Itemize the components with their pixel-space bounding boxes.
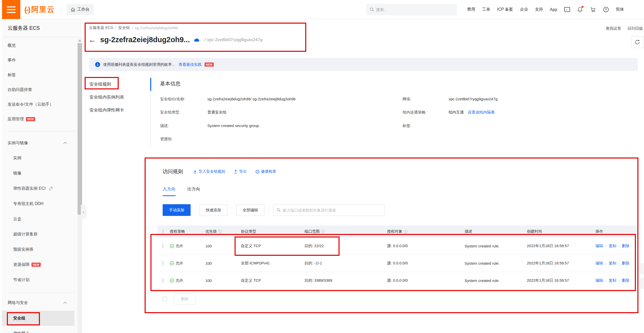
rules-search-box[interactable] bbox=[273, 204, 385, 216]
rules-table: 授权策略 优先级i 协议类型 端口范围i 授权对象i 描述 创建时间 操作 允许… bbox=[158, 226, 638, 289]
delete-link[interactable]: 删除 bbox=[622, 278, 630, 283]
quick-add-button[interactable]: 快速添加 bbox=[200, 204, 227, 216]
sidebar-item-eci[interactable]: 弹性容器实例 ECI bbox=[2, 181, 74, 196]
page-title: sg-2zefra2eiej8dug2oh9... bbox=[100, 36, 190, 44]
resource-group-label: 资源组: bbox=[160, 137, 207, 141]
floating-widget[interactable] bbox=[638, 277, 644, 289]
sidebar-item-instances[interactable]: 实例 bbox=[2, 150, 74, 166]
allow-check-icon bbox=[170, 278, 174, 283]
floating-widget[interactable] bbox=[638, 263, 644, 275]
basic-info-row: 描述: System created security group. bbox=[160, 123, 260, 128]
sidebar-group-instances-images[interactable]: 实例与镜像 bbox=[2, 136, 74, 150]
sidebar-group-network-security[interactable]: 网络与安全 bbox=[2, 295, 74, 310]
row-checkbox[interactable] bbox=[163, 278, 163, 283]
manual-add-button[interactable]: 手动添加 bbox=[163, 204, 191, 216]
row-checkbox[interactable] bbox=[163, 244, 163, 248]
edit-link[interactable]: 编辑 bbox=[595, 244, 603, 248]
scrollbar-up-arrow-icon[interactable] bbox=[79, 40, 81, 41]
sidebar-item-reserved-instances[interactable]: 预留实例券 bbox=[2, 242, 74, 257]
delete-link[interactable]: 删除 bbox=[622, 244, 630, 248]
global-search-box[interactable] bbox=[366, 4, 457, 15]
top-menu-app[interactable]: App bbox=[550, 7, 557, 12]
back-to-old-version-link[interactable]: 回到旧版 bbox=[628, 26, 643, 31]
rules-search-input[interactable] bbox=[283, 208, 379, 212]
sidebar-scrollbar[interactable] bbox=[78, 38, 82, 333]
sidebar-item-ddh[interactable]: 专有宿主机 DDH bbox=[2, 196, 74, 211]
intra-group-policy-value: 组内互通 bbox=[449, 110, 464, 115]
breadcrumb-ecs[interactable]: 云服务器 ECS bbox=[89, 25, 113, 30]
select-all-checkbox[interactable] bbox=[163, 229, 163, 234]
top-menu-icp[interactable]: ICP 备案 bbox=[497, 7, 513, 12]
sidebar-item-troubleshooting[interactable]: 自助问题排查 bbox=[2, 82, 74, 97]
set-isolation-link[interactable]: 设置成组内隔离 bbox=[468, 110, 495, 115]
sidebar-item-supercomputing[interactable]: 超级计算集群 bbox=[2, 227, 74, 242]
delete-link[interactable]: 删除 bbox=[622, 261, 630, 266]
sidebar-item-cloudbox[interactable]: 云盒 bbox=[2, 211, 74, 227]
aliyun-logo[interactable]: (-) 阿里云 bbox=[24, 0, 55, 19]
col-description: 描述 bbox=[463, 229, 525, 234]
sidebar-item-tags[interactable]: 标签 bbox=[2, 68, 74, 82]
sidebar-item-resource-guarantee[interactable]: 资源保障 NEW bbox=[2, 257, 74, 272]
subnav-security-group-rules[interactable]: 安全组规则 bbox=[89, 78, 145, 91]
priority-value: 100 bbox=[203, 261, 239, 265]
edit-all-button[interactable]: 全部编辑 bbox=[236, 204, 264, 216]
sidebar-item-events[interactable]: 事件 bbox=[2, 53, 74, 68]
batch-delete-button[interactable]: 删除 bbox=[174, 293, 196, 305]
sidebar-item-enis[interactable]: 弹性网卡 bbox=[2, 326, 74, 333]
import-rules-link[interactable]: 导入安全组规则 bbox=[193, 169, 225, 174]
tab-inbound[interactable]: 入方向 bbox=[163, 186, 176, 196]
sidebar-item-savings-plan[interactable]: 节省计划 bbox=[2, 272, 74, 288]
top-menu-support[interactable]: 支持 bbox=[535, 7, 543, 12]
sidebar-collapse-handle[interactable]: ‹ bbox=[81, 205, 86, 219]
language-switch[interactable]: 简体 bbox=[616, 7, 624, 12]
export-rules-link[interactable]: 导出 bbox=[234, 169, 247, 174]
top-menu-tickets[interactable]: 工单 bbox=[482, 7, 490, 12]
aliyun-logo-text: 阿里云 bbox=[31, 5, 55, 15]
basic-info-row: 组内连通策略: 组内互通 设置成组内隔离 bbox=[403, 110, 495, 115]
sidebar-item-images[interactable]: 镜像 bbox=[2, 166, 74, 181]
created-time-value: 2022年1月18日 16:59:57 bbox=[525, 278, 593, 283]
sg-type-value: 普通安全组 bbox=[207, 110, 226, 115]
subnav-enis-in-group[interactable]: 安全组内弹性网卡 bbox=[89, 104, 145, 117]
port-range-value: 目的: 22/22 bbox=[302, 244, 385, 248]
access-rules-title: 访问规则 bbox=[163, 168, 183, 175]
clone-link[interactable]: 复制 bbox=[609, 244, 616, 248]
health-check-link[interactable]: 健康检查 bbox=[255, 169, 276, 174]
sidebar-scrollbar-thumb[interactable] bbox=[78, 43, 82, 215]
export-icon bbox=[234, 170, 238, 173]
hamburger-menu-button[interactable] bbox=[2, 0, 20, 19]
cloudshell-icon[interactable]: >_ bbox=[564, 7, 570, 13]
top-menu-billing[interactable]: 费用 bbox=[467, 7, 475, 12]
cart-icon[interactable] bbox=[590, 7, 596, 13]
tab-outbound[interactable]: 出方向 bbox=[187, 186, 200, 196]
edit-link[interactable]: 编辑 bbox=[595, 261, 603, 266]
description-value: System created rule. bbox=[463, 244, 525, 248]
port-range-value: 目的: -1/-1 bbox=[302, 261, 385, 266]
sidebar-item-security-groups[interactable]: 安全组 bbox=[2, 311, 74, 326]
row-checkbox[interactable] bbox=[163, 261, 163, 266]
refresh-button[interactable] bbox=[631, 36, 644, 48]
info-icon[interactable]: i bbox=[321, 230, 325, 233]
clone-link[interactable]: 复制 bbox=[609, 278, 616, 283]
global-search-input[interactable] bbox=[376, 7, 450, 12]
top-menu-enterprise[interactable]: 企业 bbox=[520, 7, 528, 12]
info-icon[interactable]: i bbox=[404, 230, 407, 234]
subnav-instances-in-group[interactable]: 安全组内实例列表 bbox=[89, 91, 145, 104]
sidebar-item-overview[interactable]: 概览 bbox=[2, 38, 74, 53]
table-row: 允许 100 自定义 TCP 目的: 22/22 源: 0.0.0.0/0 Sy… bbox=[158, 237, 638, 255]
sidebar-item-cloud-assistant[interactable]: 发送命令/文件（云助手） bbox=[2, 97, 74, 112]
edit-link[interactable]: 编辑 bbox=[595, 278, 603, 283]
notification-bell-icon[interactable] bbox=[577, 7, 583, 13]
clone-link[interactable]: 复制 bbox=[609, 261, 616, 266]
back-arrow-icon[interactable]: ← bbox=[88, 36, 96, 44]
breadcrumb-security-groups[interactable]: 安全组 bbox=[118, 25, 130, 30]
footer-select-checkbox[interactable] bbox=[163, 297, 167, 301]
best-practices-link[interactable]: 查看最佳实践 bbox=[179, 62, 202, 67]
sidebar-item-app-management[interactable]: 应用管理 NEW bbox=[2, 112, 74, 126]
cloud-edit-icon[interactable] bbox=[194, 38, 200, 42]
vpc-id-suffix: / vpc-2ze8bi07ryqg9guax247g bbox=[205, 37, 263, 42]
help-icon[interactable]: ? bbox=[603, 7, 609, 13]
workbench-button[interactable]: 工作台 bbox=[67, 4, 94, 15]
info-icon[interactable]: i bbox=[218, 230, 222, 233]
teach-me-setup-link[interactable]: 教我设置 bbox=[606, 26, 621, 31]
